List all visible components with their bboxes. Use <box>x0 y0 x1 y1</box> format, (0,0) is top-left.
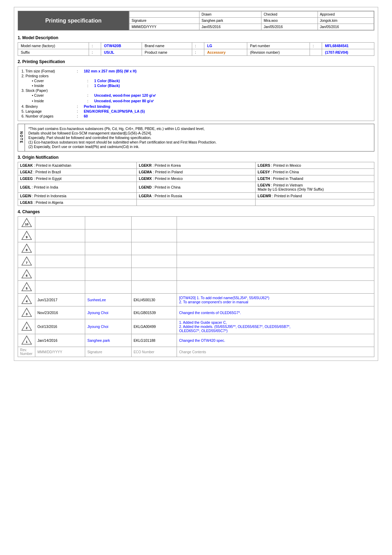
model-val1: OTW420B <box>101 43 142 49</box>
origin-LGEEG: LGEEG : Printed in Egypt <box>18 175 137 182</box>
origin-LGERA: LGERA : Printed in Russia <box>137 193 256 199</box>
change-date-8 <box>35 242 85 255</box>
spec-inside-row: • Inside : 1 Color (Black) <box>21 83 371 88</box>
origin-LGERS: LGERS : Printed in Mexico <box>256 162 374 169</box>
change-contents-4: [OTW420] 1. To add model name(55LJ54*, 5… <box>177 294 374 306</box>
printing-spec-box: 1. Trim size (Format) : 182 mm x 257 mm … <box>18 66 374 121</box>
change-sig-9 <box>85 229 131 242</box>
spec-cover-stock-label: • Cover <box>32 93 87 97</box>
header-checked-label: Checked <box>261 11 318 18</box>
spec-cover-label: • Cover <box>32 79 87 83</box>
spec-inside-stock-label: • Inside <box>32 99 87 103</box>
header-drawn-label: Drawn <box>199 11 261 18</box>
note-side-label: NOTE <box>18 124 25 151</box>
spec-val-4: Perfect binding <box>84 104 110 109</box>
change-contents-2: 1. Added the Guide spacer C,2. Added the… <box>177 319 374 334</box>
section4-title: 4. Changes <box>18 209 374 215</box>
origin-row-4: LGEIL : Printed in India LGEND : Printed… <box>18 182 374 193</box>
drawn-date: Jan/05/2016 <box>199 24 261 30</box>
origin-LGEWR: LGEWR : Printed in Poland <box>256 193 374 199</box>
change-contents-10 <box>177 217 374 229</box>
suffix-val: US/JL <box>101 49 142 56</box>
product-label: Product name <box>142 49 192 56</box>
svg-text:9: 9 <box>26 235 27 239</box>
spec-item-2: 2. Printing colors <box>21 73 371 78</box>
change-date-7 <box>35 255 85 268</box>
change-contents-9 <box>177 229 374 242</box>
origin-LGETH: LGETH : Printed in Thailand <box>256 175 374 182</box>
spec-cover-colon: : <box>87 79 94 83</box>
spec-cover-stock-val: Uncoated, wood-free paper 120 g/㎡ <box>94 93 156 98</box>
model-val2: LG <box>204 43 247 49</box>
spec-colon-6: : <box>77 114 84 118</box>
origin-LGEAZ: LGEAZ : Printed in Brazil <box>18 169 137 175</box>
spec-label-1: 1. Trim size (Format) <box>21 69 77 73</box>
change-date-4: Jun/12/2017 <box>35 294 85 306</box>
change-row-9: 9 <box>18 229 374 242</box>
change-sig-8 <box>85 242 131 255</box>
note-line-5: (2) Especially, Don't use or contain lea… <box>28 145 216 149</box>
model-colon1: : <box>89 43 101 49</box>
date-label: MMM/DD/YYYY <box>130 24 199 30</box>
svg-text:1: 1 <box>26 340 27 344</box>
change-num-1: 1 <box>18 334 35 347</box>
change-num-6: 6 <box>18 268 35 281</box>
change-sig-6 <box>85 268 131 281</box>
spec-cover-stock-row: • Cover : Uncoated, wood-free paper 120 … <box>21 93 371 98</box>
model-field3: Part number <box>247 43 310 49</box>
origin-row-2: LGEAZ : Printed in Brazil LGEMA : Printe… <box>18 169 374 175</box>
page-header: Printing specification Drawn Checked App… <box>18 11 374 31</box>
change-num-10: 10 <box>18 217 35 229</box>
change-date-1: Jan/14/2016 <box>35 334 85 347</box>
svg-text:5: 5 <box>26 287 27 290</box>
change-row-5: 5 <box>18 281 374 294</box>
svg-text:8: 8 <box>26 248 27 252</box>
change-date-9 <box>35 229 85 242</box>
origin-row-3: LGEEG : Printed in Egypt LGEMX : Printed… <box>18 175 374 182</box>
change-contents-6 <box>177 268 374 281</box>
change-sig-1: Sanghee.park <box>85 334 131 347</box>
svg-text:2: 2 <box>26 326 27 330</box>
svg-text:6: 6 <box>26 274 27 277</box>
spec-inside-stock-val: Uncoated, wood-free paper 80 g/㎡ <box>94 99 154 104</box>
note-line-1: *This part contains Eco-hazardous substa… <box>28 127 216 131</box>
change-date-3: Nov/23/2016 <box>35 306 85 319</box>
suffix-colon: : <box>89 49 101 56</box>
footer-col-date: MMM/DD/YYYY <box>35 347 85 357</box>
change-date-6 <box>35 268 85 281</box>
spec-cover-stock-colon: : <box>87 93 94 97</box>
change-contents-3: Changed the contents of OLED65G7*. <box>177 306 374 319</box>
change-eco-7 <box>131 255 177 268</box>
page-wrapper: Printing specification Drawn Checked App… <box>14 7 378 361</box>
change-row-4: 4 Jun/12/2017 SunheeLee EKLH500130 [OTW4… <box>18 294 374 306</box>
spec-label-3: 3. Stock (Paper) <box>21 88 77 93</box>
spec-val-5: ENG/KOR/FRE_CA/JPN/SPA_LA (5) <box>84 109 145 113</box>
spec-inside-val: 1 Color (Black) <box>94 84 120 88</box>
spec-label-6: 6. Number of pages <box>21 114 77 118</box>
svg-text:3: 3 <box>26 312 27 316</box>
section1-title: 1. Model Description <box>18 35 374 41</box>
model-colon3: : <box>310 43 322 49</box>
note-line-2: Details should be followed Eco-SCM manag… <box>28 131 216 135</box>
change-sig-5 <box>85 281 131 294</box>
spec-label-2: 2. Printing colors <box>21 74 77 78</box>
checked-signature: Mira.woo <box>261 18 318 24</box>
change-eco-2: EKLGA00499 <box>131 319 177 334</box>
change-date-5 <box>35 281 85 294</box>
spec-colon-4: : <box>77 104 84 109</box>
spec-colon-1: : <box>77 69 84 73</box>
spec-label-4: 4. Bindery <box>21 104 77 109</box>
change-eco-6 <box>131 268 177 281</box>
change-eco-10 <box>131 217 177 229</box>
revision-val: (1707-REV04) <box>322 49 374 56</box>
model-val3: MFL68484541 <box>322 43 374 49</box>
svg-text:10: 10 <box>25 223 28 226</box>
change-contents-5 <box>177 281 374 294</box>
origin-LGEKR: LGEKR : Printed in Korea <box>137 162 256 169</box>
change-num-4: 4 <box>18 294 35 306</box>
change-date-2: Oct/13/2016 <box>35 319 85 334</box>
footer-col-eco: ECO Number <box>131 347 177 357</box>
checked-date: Jan/05/2016 <box>261 24 318 30</box>
spec-label-5: 5. Language <box>21 109 77 113</box>
change-num-8: 8 <box>18 242 35 255</box>
